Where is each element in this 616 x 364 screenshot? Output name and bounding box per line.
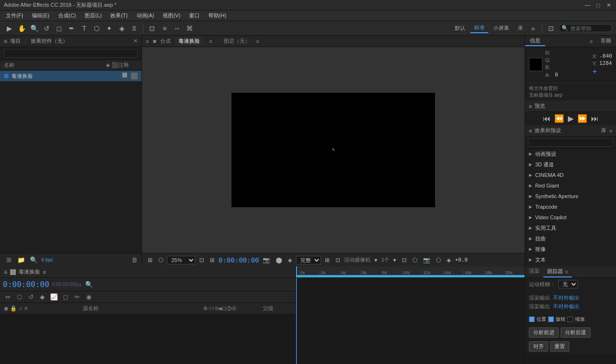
menu-window[interactable]: 窗口 bbox=[185, 11, 204, 20]
tl-search-btn[interactable]: 🔍 bbox=[84, 280, 94, 289]
menu-view[interactable]: 视图(V) bbox=[159, 11, 184, 20]
project-search-input[interactable] bbox=[4, 49, 138, 58]
reset-btn[interactable]: 重置 bbox=[550, 341, 569, 351]
preview-quality-icon[interactable]: ◈ bbox=[286, 256, 294, 264]
new-folder-btn[interactable]: 📁 bbox=[16, 255, 26, 265]
effect-cat-trapcode[interactable]: ▶ Trapcode bbox=[525, 201, 616, 212]
view-count-dropdown[interactable]: ▾ bbox=[391, 256, 398, 264]
effect-cat-3d-channel[interactable]: ▶ 3D 通道 bbox=[525, 159, 616, 170]
timeline-comp-menu[interactable]: ≡ bbox=[43, 269, 46, 275]
preview-grid-btn[interactable]: ⊞ bbox=[146, 256, 154, 264]
tl-mask-btn[interactable]: ◻ bbox=[61, 292, 70, 302]
tab-render[interactable]: 渲染 bbox=[525, 266, 543, 277]
render-not-export-1[interactable]: 不对外输出 bbox=[553, 294, 579, 301]
share-icon[interactable]: ⊡ bbox=[546, 23, 556, 34]
tl-loop-btn[interactable]: ↺ bbox=[26, 292, 36, 302]
tool-shape-rect[interactable]: ◻ bbox=[54, 23, 64, 34]
motion-sketch-icon[interactable]: ⌘ bbox=[184, 23, 195, 34]
checkbox-rotation[interactable] bbox=[548, 316, 554, 322]
tl-shuttle-btn[interactable]: ⇔ bbox=[3, 292, 13, 302]
preview-grid-toggle[interactable]: ⊞ bbox=[208, 256, 217, 264]
motion-blur-dropdown[interactable]: 无 bbox=[558, 280, 578, 289]
effect-cat-red-giant[interactable]: ▶ Red Giant bbox=[525, 180, 616, 191]
checkbox-scale[interactable] bbox=[567, 316, 573, 322]
info-panel-menu[interactable]: ≡ bbox=[587, 38, 596, 45]
render-not-export-2[interactable]: 不对外输出 bbox=[553, 303, 579, 310]
preview-3d-btn[interactable]: ⊡ bbox=[334, 256, 342, 264]
snapshot-btn[interactable]: 📷 bbox=[421, 256, 432, 264]
effect-cat-keying[interactable]: ▶ 抠像 bbox=[525, 244, 616, 254]
new-item-btn[interactable]: ⊞ bbox=[4, 255, 13, 265]
help-search-box[interactable]: 🔍 bbox=[558, 24, 612, 32]
quality-selector[interactable]: 完整 bbox=[296, 256, 321, 264]
camera-dropdown[interactable]: ▾ bbox=[372, 256, 379, 264]
preview-fit-btn[interactable]: ⊡ bbox=[197, 256, 206, 264]
bpc-indicator[interactable]: 6 bpc bbox=[41, 257, 53, 263]
preview-menu-icon[interactable]: ≡ bbox=[529, 103, 532, 109]
go-to-end-btn[interactable]: ⏭ bbox=[591, 114, 599, 123]
checkbox-position[interactable] bbox=[529, 316, 535, 322]
tl-solo-btn[interactable]: ◉ bbox=[84, 292, 93, 302]
tl-keyframe-btn[interactable]: ◆ bbox=[38, 292, 47, 302]
effect-cat-synthetic-aperture[interactable]: ▶ Synthetic Aperture bbox=[525, 191, 616, 201]
show-snapshot-btn[interactable]: ⬡ bbox=[434, 256, 443, 264]
project-item-comp[interactable]: ⊞ 毒液换脸 bbox=[0, 71, 141, 81]
tool-clone[interactable]: ✦ bbox=[104, 23, 115, 34]
preview-render-btn[interactable]: ⊞ bbox=[323, 256, 332, 264]
comp-tab-main[interactable]: 毒液换脸 bbox=[175, 37, 204, 46]
tab-tracker[interactable]: 跟踪器 ≡ bbox=[543, 266, 572, 277]
preview-toggle-btn[interactable]: ⬡ bbox=[156, 256, 165, 264]
go-to-start-btn[interactable]: ⏮ bbox=[543, 114, 551, 123]
show-channel-btn[interactable]: ◈ bbox=[445, 256, 453, 264]
tool-eraser[interactable]: ◈ bbox=[116, 23, 127, 34]
apply-btn[interactable]: 对齐 bbox=[529, 341, 548, 351]
menu-edit[interactable]: 编辑(E) bbox=[28, 11, 53, 20]
analyze-back-btn[interactable]: 分析后退 bbox=[561, 327, 590, 338]
tool-rotate[interactable]: ↺ bbox=[41, 23, 52, 34]
tab-audio[interactable]: 音频 bbox=[596, 36, 616, 46]
preview-timecode[interactable]: 0:00:00:00 bbox=[218, 256, 259, 264]
preview-color-icon[interactable]: ⬤ bbox=[274, 256, 284, 264]
tool-pen[interactable]: ✒ bbox=[66, 23, 77, 34]
pixel-aspect-btn[interactable]: ⬡ bbox=[411, 256, 419, 264]
search-bottom-btn[interactable]: 🔍 bbox=[29, 255, 38, 265]
workspace-library[interactable]: 库 bbox=[514, 24, 527, 33]
effects-controls-tab[interactable]: 效果控件（无） bbox=[31, 38, 68, 45]
effect-cat-video-copilot[interactable]: ▶ Video Copilot bbox=[525, 212, 616, 223]
effect-cat-text[interactable]: ▶ 文本 bbox=[525, 254, 616, 265]
menu-layer[interactable]: 图层(L) bbox=[81, 11, 105, 20]
preview-cam-icon[interactable]: 📷 bbox=[261, 256, 272, 264]
panel-close-icon[interactable]: ✕ bbox=[133, 38, 138, 44]
tool-zoom[interactable]: 🔍 bbox=[29, 23, 39, 34]
timeline-timecode[interactable]: 0:00:00:00 bbox=[3, 280, 49, 289]
render-queue-icon[interactable]: ≡ bbox=[4, 269, 7, 276]
tool-puppet[interactable]: ⧖ bbox=[129, 23, 140, 34]
menu-file[interactable]: 文件(F) bbox=[2, 11, 27, 20]
tool-select[interactable]: ▶ bbox=[4, 23, 14, 34]
menu-anim[interactable]: 动画(A) bbox=[133, 11, 158, 20]
comp-header-icon[interactable]: ≡ bbox=[146, 38, 149, 44]
effects-menu-icon[interactable]: ≡ bbox=[529, 128, 532, 134]
align-icon[interactable]: ≡ bbox=[159, 23, 170, 34]
tool-hand[interactable]: ✋ bbox=[16, 23, 27, 34]
zoom-selector[interactable]: 25% 50% 100% bbox=[167, 256, 195, 264]
help-search-input[interactable] bbox=[570, 25, 609, 31]
delete-item-btn[interactable]: 🗑 bbox=[131, 256, 138, 264]
menu-help[interactable]: 帮助(H) bbox=[205, 11, 230, 20]
play-btn[interactable]: ▶ bbox=[568, 114, 574, 123]
effect-cat-animation-presets[interactable]: ▶ 动画预设 bbox=[525, 149, 616, 159]
menu-effect[interactable]: 效果(T) bbox=[106, 11, 131, 20]
tab-info[interactable]: 信息 bbox=[525, 36, 545, 46]
step-back-btn[interactable]: ⏪ bbox=[554, 114, 564, 123]
transparency-btn[interactable]: ⊡ bbox=[400, 256, 409, 264]
workspace-small-screen[interactable]: 小屏幕 bbox=[489, 24, 513, 33]
maximize-button[interactable]: □ bbox=[595, 2, 602, 9]
effect-cat-distort[interactable]: ▶ 扭曲 bbox=[525, 233, 616, 244]
workspace-default[interactable]: 默认 bbox=[451, 24, 469, 33]
workspace-standard[interactable]: 标准 bbox=[470, 23, 488, 33]
snap-icon[interactable]: ↔ bbox=[172, 23, 182, 34]
menu-comp[interactable]: 合成(C) bbox=[54, 11, 80, 20]
tool-paint[interactable]: ⬡ bbox=[91, 23, 102, 34]
panel-menu-icon[interactable]: ≡ bbox=[4, 38, 7, 45]
comp-tab-menu[interactable]: ≡ bbox=[209, 38, 212, 44]
